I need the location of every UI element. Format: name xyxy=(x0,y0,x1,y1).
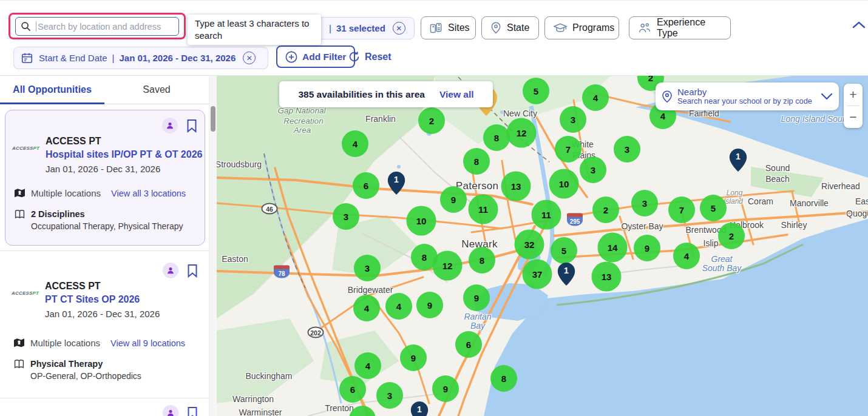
contact-avatar-icon[interactable] xyxy=(163,405,178,416)
opportunity-card[interactable]: ACCESSPT ACCESS PT PT CT Sites OP 2026 J… xyxy=(5,255,205,398)
org-logo: ACCESSPT xyxy=(12,290,39,296)
cluster-marker[interactable]: 12 xyxy=(433,251,463,281)
state-filter-button[interactable]: State xyxy=(481,16,539,39)
tab-saved[interactable]: Saved xyxy=(104,76,209,104)
cluster-marker[interactable]: 10 xyxy=(549,169,579,199)
reset-icon xyxy=(348,51,360,62)
opportunity-title-link[interactable]: PT CT Sites OP 2026 xyxy=(45,294,140,305)
contact-avatar-icon[interactable] xyxy=(163,263,178,278)
cluster-marker[interactable]: 2 xyxy=(418,107,445,134)
cluster-marker[interactable]: 9 xyxy=(440,186,467,213)
cluster-marker[interactable]: 9 xyxy=(634,235,660,261)
cluster-marker[interactable]: 13 xyxy=(592,262,622,292)
cluster-marker[interactable]: 6 xyxy=(455,331,482,358)
experience-type-filter-button[interactable]: Experience Type xyxy=(629,16,731,39)
cluster-marker[interactable]: 3 xyxy=(614,136,640,163)
clear-date-icon[interactable]: ✕ xyxy=(243,52,256,64)
cluster-marker[interactable]: 4 xyxy=(354,352,381,379)
cluster-marker[interactable]: 8 xyxy=(463,148,490,175)
cluster-marker[interactable]: 13 xyxy=(501,172,531,201)
cluster-marker[interactable]: 9 xyxy=(463,284,490,311)
add-filter-button[interactable]: Add Filter xyxy=(276,45,355,68)
bookmark-icon[interactable] xyxy=(187,264,198,278)
map-label: Quogue xyxy=(846,209,868,218)
cluster-marker[interactable]: 37 xyxy=(523,260,552,289)
cluster-marker[interactable]: 4 xyxy=(385,293,412,320)
cluster-marker[interactable]: 14 xyxy=(598,233,628,263)
cluster-marker[interactable]: 32 xyxy=(515,230,544,260)
programs-filter-button[interactable]: Programs xyxy=(544,16,619,39)
sites-filter-button[interactable]: Sites xyxy=(421,16,476,39)
cluster-marker[interactable]: 5 xyxy=(523,78,549,104)
cluster-marker[interactable]: 2 xyxy=(718,223,745,249)
cluster-marker[interactable]: 8 xyxy=(469,247,495,273)
nearby-search-control[interactable]: Nearby Search near your school or by zip… xyxy=(656,82,839,110)
reset-button[interactable]: Reset xyxy=(348,45,392,68)
cluster-marker[interactable]: 11 xyxy=(469,195,498,224)
cluster-marker[interactable]: 3 xyxy=(631,190,658,216)
cluster-marker[interactable]: 3 xyxy=(376,382,403,409)
cluster-marker[interactable]: 9 xyxy=(416,292,443,318)
single-availability-pin[interactable]: 1 xyxy=(730,149,747,172)
chevron-down-icon[interactable] xyxy=(821,93,833,100)
cluster-marker[interactable]: 8 xyxy=(490,365,517,392)
view-all-link[interactable]: View all xyxy=(439,89,474,100)
panel-scrollbar-thumb[interactable] xyxy=(211,106,215,132)
availability-count-label: 385 availabilities in this area xyxy=(298,89,425,100)
date-filter-chip[interactable]: Start & End Date | Jan 01, 2026 - Dec 31… xyxy=(13,47,268,69)
locations-map-icon xyxy=(14,188,25,198)
cluster-marker[interactable]: 4 xyxy=(673,243,700,269)
bookmark-icon[interactable] xyxy=(187,406,198,416)
org-name: ACCESS PT xyxy=(46,136,101,147)
cluster-marker[interactable]: 3 xyxy=(354,255,381,281)
cluster-marker[interactable]: 3 xyxy=(333,203,359,230)
cluster-marker[interactable]: 7 xyxy=(555,136,581,163)
cluster-marker[interactable]: 6 xyxy=(339,376,366,403)
locations-label: Multiple locations xyxy=(31,188,101,198)
cluster-marker[interactable]: 3 xyxy=(560,106,586,133)
cluster-marker[interactable]: 10 xyxy=(407,206,436,236)
single-availability-pin[interactable]: 1 xyxy=(558,263,575,286)
cluster-marker[interactable]: 6 xyxy=(353,172,379,199)
map-label: South Bay xyxy=(702,263,742,273)
map-label: Oyster Bay xyxy=(621,221,663,231)
calendar-icon xyxy=(21,52,33,64)
cluster-marker[interactable]: 4 xyxy=(353,295,380,321)
cluster-marker[interactable]: 3 xyxy=(580,156,606,183)
cluster-marker[interactable]: 11 xyxy=(532,200,561,230)
map-canvas[interactable]: Gap NationalRecreationAreaFranklinStroud… xyxy=(217,76,868,416)
map-label: Long Island Sound xyxy=(781,114,852,124)
zoom-out-button[interactable]: − xyxy=(844,106,863,128)
opportunity-card-partial[interactable] xyxy=(5,403,205,416)
view-all-locations-link[interactable]: View all 3 locations xyxy=(111,189,186,198)
bookmark-icon[interactable] xyxy=(186,119,197,133)
cluster-marker[interactable]: 9 xyxy=(432,375,459,402)
filter-bar: Search by location and address Type at l… xyxy=(0,0,868,76)
map-label: Stroudsburg xyxy=(217,159,262,169)
cluster-marker[interactable]: 8 xyxy=(483,124,510,151)
cluster-marker[interactable]: 4 xyxy=(342,130,368,157)
cluster-marker[interactable]: 4 xyxy=(582,84,609,111)
route-shield: 202 xyxy=(308,327,324,338)
map-label: Long xyxy=(727,189,743,197)
tab-all-opportunities[interactable]: All Opportunities xyxy=(0,76,104,104)
date-chip-label: Start & End Date xyxy=(39,53,107,63)
sites-icon xyxy=(430,22,442,34)
single-availability-pin[interactable]: 1 xyxy=(411,401,429,416)
selected-filter-chip[interactable]: | 31 selected ✕ xyxy=(307,17,415,39)
search-input[interactable]: Search by location and address xyxy=(15,17,179,36)
zoom-in-button[interactable]: + xyxy=(844,84,863,106)
single-availability-pin[interactable]: 1 xyxy=(388,172,405,195)
cluster-marker[interactable]: 5 xyxy=(551,237,577,264)
contact-avatar-icon[interactable] xyxy=(162,118,178,133)
cluster-marker[interactable]: 9 xyxy=(400,344,427,371)
opportunity-title-link[interactable]: Hospital sites IP/OP PT & OT 2026 xyxy=(46,149,202,160)
clear-selected-icon[interactable]: ✕ xyxy=(393,22,405,35)
cluster-marker[interactable]: 12 xyxy=(507,118,537,148)
opportunity-card[interactable]: ACCESSPT ACCESS PT Hospital sites IP/OP … xyxy=(5,110,205,246)
cluster-marker[interactable]: 5 xyxy=(700,195,727,221)
cluster-marker[interactable]: 7 xyxy=(668,196,695,223)
cluster-marker[interactable]: 2 xyxy=(592,196,619,223)
view-all-locations-link[interactable]: View all 9 locations xyxy=(110,338,185,348)
collapse-filters-chevron-icon[interactable] xyxy=(852,20,866,30)
